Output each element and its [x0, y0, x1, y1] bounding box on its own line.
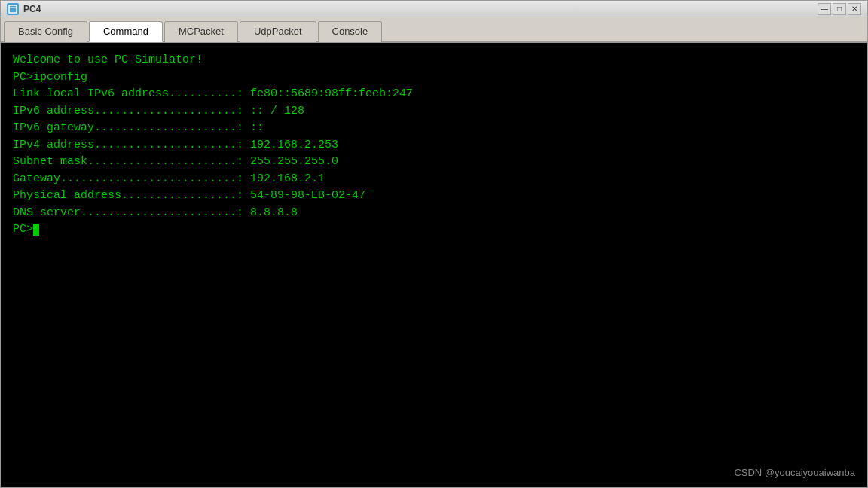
terminal-line: IPv6 gateway.....................: ::	[13, 120, 855, 137]
tab-udppacket[interactable]: UdpPacket	[240, 21, 316, 42]
window: PC4 — □ ✕ Basic Config Command MCPacket …	[0, 0, 868, 488]
title-bar-left: PC4	[7, 3, 41, 15]
terminal-line: Subnet mask......................: 255.2…	[13, 154, 855, 171]
terminal-line: Welcome to use PC Simulator!	[13, 52, 855, 69]
tab-command[interactable]: Command	[89, 21, 163, 42]
terminal-line: PC>ipconfig	[13, 69, 855, 87]
svg-rect-0	[9, 5, 17, 13]
minimize-button[interactable]: —	[818, 3, 831, 15]
window-content: Welcome to use PC Simulator!PC>ipconfigL…	[1, 43, 867, 487]
tab-console[interactable]: Console	[318, 21, 383, 42]
maximize-button[interactable]: □	[833, 3, 846, 15]
terminal-line: IPv6 address.....................: :: / …	[13, 103, 855, 120]
tab-mcpacket[interactable]: MCPacket	[164, 21, 238, 42]
terminal-cursor	[33, 224, 39, 236]
tab-bar: Basic Config Command MCPacket UdpPacket …	[1, 17, 867, 43]
terminal-line: Link local IPv6 address..........: fe80:…	[13, 86, 855, 103]
tab-basic-config[interactable]: Basic Config	[4, 21, 87, 42]
window-icon	[7, 3, 19, 15]
terminal[interactable]: Welcome to use PC Simulator!PC>ipconfigL…	[1, 43, 867, 487]
title-bar-buttons: — □ ✕	[818, 3, 861, 15]
window-title: PC4	[23, 4, 41, 14]
close-button[interactable]: ✕	[848, 3, 861, 15]
terminal-line: Physical address.................: 54-89…	[13, 188, 855, 205]
terminal-line: Gateway..........................: 192.1…	[13, 171, 855, 188]
terminal-line: IPv4 address.....................: 192.1…	[13, 137, 855, 154]
title-bar: PC4 — □ ✕	[1, 1, 867, 17]
watermark: CSDN @youcaiyouaiwanba	[734, 467, 855, 478]
terminal-line: DNS server.......................: 8.8.8…	[13, 205, 855, 222]
terminal-prompt[interactable]: PC>	[13, 221, 855, 239]
